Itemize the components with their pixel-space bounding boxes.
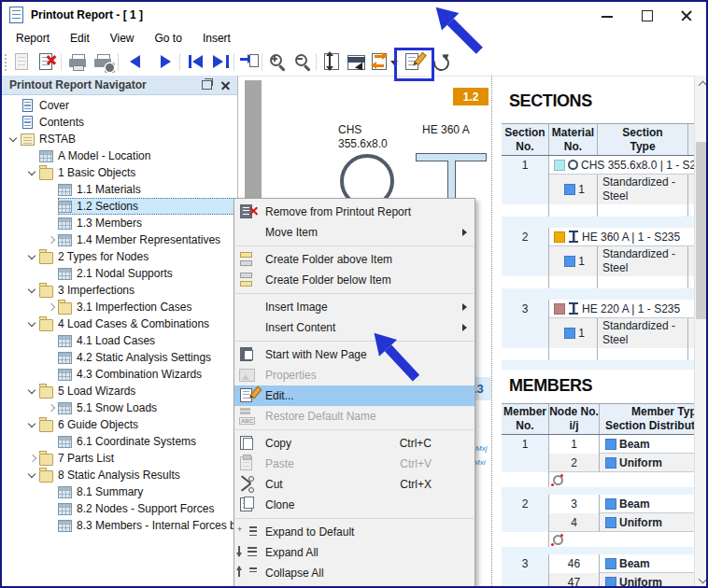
remove-from-report-icon[interactable] [35, 51, 57, 73]
expand-chevron-icon[interactable] [45, 299, 58, 315]
collapse-chevron-icon[interactable] [26, 164, 39, 181]
menu-item-edit[interactable]: Edit... [234, 385, 474, 406]
maximize-button[interactable] [628, 3, 667, 27]
menu-item-create-folder-below[interactable]: Create Folder below Item [234, 270, 474, 290]
menu-item-copy[interactable]: Copy Ctrl+C [234, 433, 474, 454]
collapse-chevron-icon[interactable] [26, 315, 39, 332]
tree-item-imperfections[interactable]: 3 Imperfections [2, 282, 237, 299]
tree-item-static-analysis-settings[interactable]: 4.2 Static Analysis Settings [2, 349, 237, 366]
member-row: 1 1 Beam [502, 435, 694, 454]
expand-chevron-icon[interactable] [26, 450, 39, 467]
rstab-icon [21, 133, 35, 146]
menu-item-insert-content[interactable]: Insert Content [234, 317, 474, 338]
material-color-swatch [564, 328, 575, 339]
last-page-icon[interactable] [211, 51, 233, 73]
tree-item-nodes-support-forces[interactable]: 8.2 Nodes - Support Forces [2, 500, 237, 517]
tree-item-load-cases[interactable]: 4.1 Load Cases [2, 332, 237, 349]
edit-page-icon [237, 387, 258, 404]
menu-item-clone[interactable]: Clone [234, 495, 474, 515]
folder-icon [39, 470, 53, 483]
tree-item-members-internal-forces[interactable]: 8.3 Members - Internal Forces by [2, 517, 237, 534]
tree-item-coordinate-systems[interactable]: 6.1 Coordinate Systems [2, 433, 237, 450]
menu-view[interactable]: View [100, 29, 145, 48]
section-row: 1 CHS 355.6x8.0 | 1 - S235 [502, 156, 694, 175]
printout-report-window: Printout Report - [ 1 ] Report Edit View… [0, 0, 708, 588]
tree-item-load-wizards[interactable]: 5 Load Wizards [2, 383, 237, 399]
expand-chevron-icon[interactable] [45, 399, 58, 416]
scroll-up-button[interactable] [695, 76, 708, 91]
collapse-chevron-icon[interactable] [26, 383, 39, 399]
menu-separator [235, 293, 474, 294]
tree-item-members[interactable]: 1.3 Members [2, 215, 237, 231]
tree-item-sections[interactable]: 1.2 Sections [2, 198, 237, 215]
zoom-out-icon[interactable] [292, 51, 314, 73]
menu-item-move-item[interactable]: Move Item [234, 222, 474, 243]
properties-icon [237, 367, 258, 384]
menu-item-expand-all[interactable]: Expand All [234, 542, 474, 563]
menu-item-insert-image[interactable]: Insert Image [234, 297, 474, 317]
tree-item-rstab[interactable]: RSTAB [2, 131, 237, 147]
fit-page-height-icon[interactable] [321, 51, 343, 73]
first-page-icon[interactable] [186, 51, 207, 73]
tree-item-cover[interactable]: Cover [2, 97, 237, 114]
select-in-table-icon[interactable] [346, 51, 367, 73]
menu-item-remove-from-printout-report[interactable]: Remove from Printout Report [234, 202, 474, 222]
close-button[interactable] [667, 3, 706, 27]
previous-page-icon[interactable] [125, 51, 147, 73]
tree-item-basic-objects[interactable]: 1 Basic Objects [2, 164, 237, 181]
expand-chevron-icon[interactable] [45, 231, 58, 248]
scroll-down-button[interactable] [695, 572, 708, 588]
menu-report[interactable]: Report [6, 29, 60, 48]
update-pages-icon[interactable] [369, 51, 390, 73]
scrollbar-thumb[interactable] [696, 142, 708, 319]
tree-item-types-for-nodes[interactable]: 2 Types for Nodes [2, 248, 237, 265]
chapter-tab-1-2: 1.2 [453, 88, 489, 105]
menu-item-create-folder-above[interactable]: Create Folder above Item [234, 249, 474, 270]
menu-item-cut[interactable]: Cut Ctrl+X [234, 474, 474, 495]
tree-item-model-location[interactable]: A Model - Location [2, 147, 237, 164]
menu-item-restore-default-name[interactable]: ABC Restore Default Name [234, 406, 474, 427]
menu-goto[interactable]: Go to [145, 29, 192, 48]
tree-item-static-analysis-results[interactable]: 8 Static Analysis Results [2, 467, 237, 483]
menu-item-expand-to-default[interactable]: + Expand to Default [234, 522, 474, 542]
collapse-chevron-icon[interactable] [26, 467, 39, 483]
menu-item-start-with-new-page[interactable]: Start with New Page [234, 344, 474, 365]
zoom-in-icon[interactable] [267, 51, 289, 73]
tree-item-parts-list[interactable]: 7 Parts List [2, 450, 237, 467]
member-row: 2 3 Beam [502, 495, 694, 513]
tree-item-summary[interactable]: 8.1 Summary [2, 483, 237, 500]
open-report-icon[interactable] [11, 51, 33, 73]
menu-edit[interactable]: Edit [60, 29, 100, 48]
next-page-icon[interactable] [154, 51, 176, 73]
tree-item-contents[interactable]: Contents [2, 114, 237, 131]
material-color-swatch [564, 256, 575, 267]
menu-insert[interactable]: Insert [192, 29, 241, 48]
print-icon[interactable] [67, 51, 89, 73]
toolbar-drag-handle[interactable] [4, 53, 7, 71]
collapse-chevron-icon[interactable] [7, 131, 21, 147]
context-menu: Remove from Printout Report Move Item Cr… [234, 198, 475, 587]
menu-item-collapse-all[interactable]: Collapse All [234, 563, 474, 583]
minimize-button[interactable] [588, 3, 628, 27]
vector-label-mxj: Mxj [475, 444, 491, 453]
tree-item-guide-objects[interactable]: 6 Guide Objects [2, 416, 237, 433]
tree-item-combination-wizards[interactable]: 4.3 Combination Wizards [2, 366, 237, 383]
tree-item-imperfection-cases[interactable]: 3.1 Imperfection Cases [2, 299, 237, 315]
menu-item-paste[interactable]: Paste Ctrl+V [234, 454, 474, 474]
collapse-chevron-icon[interactable] [26, 248, 39, 265]
collapse-chevron-icon[interactable] [26, 282, 39, 299]
tree-item-member-representatives[interactable]: 1.4 Member Representatives [2, 231, 237, 248]
go-to-page-icon[interactable] [239, 51, 261, 73]
tree-item-materials[interactable]: 1.1 Materials [2, 181, 237, 198]
copy-icon [237, 435, 258, 452]
tree-item-nodal-supports[interactable]: 2.1 Nodal Supports [2, 265, 237, 282]
float-panel-icon[interactable] [202, 80, 212, 90]
print-settings-icon[interactable] [92, 51, 114, 73]
preview-scrollbar[interactable] [694, 76, 708, 588]
printout-report-navigator: Printout Report Navigator Cover Contents… [2, 76, 238, 586]
tree-item-snow-loads[interactable]: 5.1 Snow Loads [2, 399, 237, 416]
collapse-chevron-icon[interactable] [26, 416, 39, 433]
close-panel-icon[interactable] [221, 81, 230, 90]
menu-item-properties[interactable]: Properties [234, 365, 474, 385]
tree-item-load-cases-combinations[interactable]: 4 Load Cases & Combinations [2, 315, 237, 332]
